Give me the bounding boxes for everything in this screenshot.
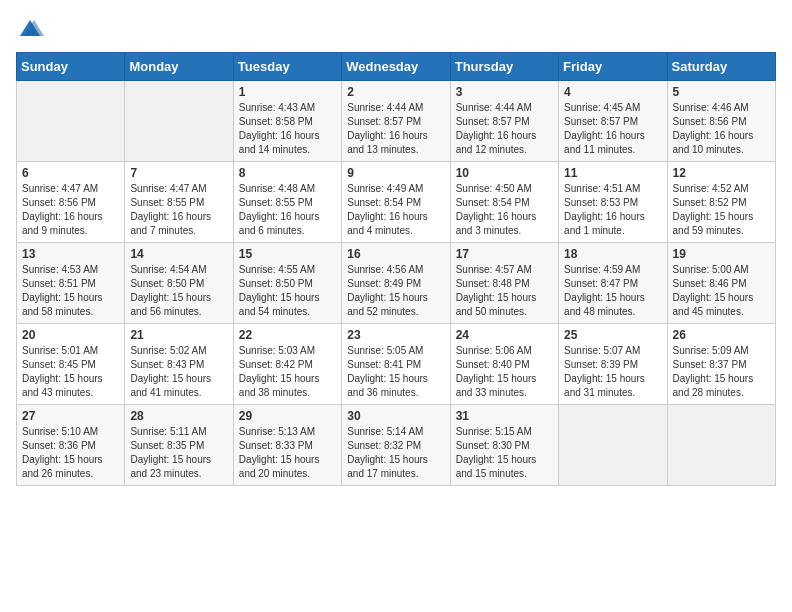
day-info: Sunrise: 4:45 AMSunset: 8:57 PMDaylight:…: [564, 101, 661, 157]
calendar-cell: 6Sunrise: 4:47 AMSunset: 8:56 PMDaylight…: [17, 162, 125, 243]
day-info: Sunrise: 4:53 AMSunset: 8:51 PMDaylight:…: [22, 263, 119, 319]
day-number: 10: [456, 166, 553, 180]
day-info: Sunrise: 5:02 AMSunset: 8:43 PMDaylight:…: [130, 344, 227, 400]
day-number: 19: [673, 247, 770, 261]
day-info: Sunrise: 5:09 AMSunset: 8:37 PMDaylight:…: [673, 344, 770, 400]
calendar-cell: 20Sunrise: 5:01 AMSunset: 8:45 PMDayligh…: [17, 324, 125, 405]
day-info: Sunrise: 4:52 AMSunset: 8:52 PMDaylight:…: [673, 182, 770, 238]
day-number: 25: [564, 328, 661, 342]
calendar-cell: 28Sunrise: 5:11 AMSunset: 8:35 PMDayligh…: [125, 405, 233, 486]
day-number: 20: [22, 328, 119, 342]
day-number: 3: [456, 85, 553, 99]
day-info: Sunrise: 4:43 AMSunset: 8:58 PMDaylight:…: [239, 101, 336, 157]
day-info: Sunrise: 4:48 AMSunset: 8:55 PMDaylight:…: [239, 182, 336, 238]
day-info: Sunrise: 4:44 AMSunset: 8:57 PMDaylight:…: [456, 101, 553, 157]
header-sunday: Sunday: [17, 53, 125, 81]
day-number: 14: [130, 247, 227, 261]
calendar-cell: 22Sunrise: 5:03 AMSunset: 8:42 PMDayligh…: [233, 324, 341, 405]
day-number: 22: [239, 328, 336, 342]
day-info: Sunrise: 5:11 AMSunset: 8:35 PMDaylight:…: [130, 425, 227, 481]
calendar-cell: 1Sunrise: 4:43 AMSunset: 8:58 PMDaylight…: [233, 81, 341, 162]
page-header: [16, 16, 776, 44]
day-number: 2: [347, 85, 444, 99]
day-number: 26: [673, 328, 770, 342]
calendar-cell: 30Sunrise: 5:14 AMSunset: 8:32 PMDayligh…: [342, 405, 450, 486]
calendar-cell: [17, 81, 125, 162]
day-number: 21: [130, 328, 227, 342]
week-row-3: 13Sunrise: 4:53 AMSunset: 8:51 PMDayligh…: [17, 243, 776, 324]
day-info: Sunrise: 4:57 AMSunset: 8:48 PMDaylight:…: [456, 263, 553, 319]
day-number: 23: [347, 328, 444, 342]
calendar-cell: 27Sunrise: 5:10 AMSunset: 8:36 PMDayligh…: [17, 405, 125, 486]
calendar-cell: 25Sunrise: 5:07 AMSunset: 8:39 PMDayligh…: [559, 324, 667, 405]
calendar-cell: 13Sunrise: 4:53 AMSunset: 8:51 PMDayligh…: [17, 243, 125, 324]
day-info: Sunrise: 5:03 AMSunset: 8:42 PMDaylight:…: [239, 344, 336, 400]
day-info: Sunrise: 4:59 AMSunset: 8:47 PMDaylight:…: [564, 263, 661, 319]
day-info: Sunrise: 5:15 AMSunset: 8:30 PMDaylight:…: [456, 425, 553, 481]
day-info: Sunrise: 5:05 AMSunset: 8:41 PMDaylight:…: [347, 344, 444, 400]
calendar-header-row: SundayMondayTuesdayWednesdayThursdayFrid…: [17, 53, 776, 81]
calendar-cell: 24Sunrise: 5:06 AMSunset: 8:40 PMDayligh…: [450, 324, 558, 405]
day-info: Sunrise: 4:47 AMSunset: 8:56 PMDaylight:…: [22, 182, 119, 238]
day-info: Sunrise: 5:01 AMSunset: 8:45 PMDaylight:…: [22, 344, 119, 400]
calendar-cell: 21Sunrise: 5:02 AMSunset: 8:43 PMDayligh…: [125, 324, 233, 405]
logo-icon: [16, 16, 44, 44]
calendar-cell: 29Sunrise: 5:13 AMSunset: 8:33 PMDayligh…: [233, 405, 341, 486]
day-number: 13: [22, 247, 119, 261]
day-info: Sunrise: 4:47 AMSunset: 8:55 PMDaylight:…: [130, 182, 227, 238]
calendar-cell: 19Sunrise: 5:00 AMSunset: 8:46 PMDayligh…: [667, 243, 775, 324]
day-number: 8: [239, 166, 336, 180]
day-info: Sunrise: 4:54 AMSunset: 8:50 PMDaylight:…: [130, 263, 227, 319]
calendar-cell: 3Sunrise: 4:44 AMSunset: 8:57 PMDaylight…: [450, 81, 558, 162]
calendar-cell: 15Sunrise: 4:55 AMSunset: 8:50 PMDayligh…: [233, 243, 341, 324]
calendar-cell: 5Sunrise: 4:46 AMSunset: 8:56 PMDaylight…: [667, 81, 775, 162]
calendar-table: SundayMondayTuesdayWednesdayThursdayFrid…: [16, 52, 776, 486]
calendar-cell: 7Sunrise: 4:47 AMSunset: 8:55 PMDaylight…: [125, 162, 233, 243]
day-number: 4: [564, 85, 661, 99]
calendar-cell: 2Sunrise: 4:44 AMSunset: 8:57 PMDaylight…: [342, 81, 450, 162]
calendar-cell: [125, 81, 233, 162]
day-number: 29: [239, 409, 336, 423]
day-info: Sunrise: 5:10 AMSunset: 8:36 PMDaylight:…: [22, 425, 119, 481]
day-info: Sunrise: 4:49 AMSunset: 8:54 PMDaylight:…: [347, 182, 444, 238]
day-info: Sunrise: 5:07 AMSunset: 8:39 PMDaylight:…: [564, 344, 661, 400]
logo: [16, 16, 48, 44]
week-row-1: 1Sunrise: 4:43 AMSunset: 8:58 PMDaylight…: [17, 81, 776, 162]
day-number: 15: [239, 247, 336, 261]
week-row-4: 20Sunrise: 5:01 AMSunset: 8:45 PMDayligh…: [17, 324, 776, 405]
day-info: Sunrise: 4:55 AMSunset: 8:50 PMDaylight:…: [239, 263, 336, 319]
header-saturday: Saturday: [667, 53, 775, 81]
day-number: 5: [673, 85, 770, 99]
day-info: Sunrise: 4:56 AMSunset: 8:49 PMDaylight:…: [347, 263, 444, 319]
day-number: 17: [456, 247, 553, 261]
calendar-cell: 26Sunrise: 5:09 AMSunset: 8:37 PMDayligh…: [667, 324, 775, 405]
calendar-cell: 12Sunrise: 4:52 AMSunset: 8:52 PMDayligh…: [667, 162, 775, 243]
calendar-cell: 10Sunrise: 4:50 AMSunset: 8:54 PMDayligh…: [450, 162, 558, 243]
calendar-cell: 8Sunrise: 4:48 AMSunset: 8:55 PMDaylight…: [233, 162, 341, 243]
day-info: Sunrise: 5:14 AMSunset: 8:32 PMDaylight:…: [347, 425, 444, 481]
day-number: 27: [22, 409, 119, 423]
calendar-cell: 23Sunrise: 5:05 AMSunset: 8:41 PMDayligh…: [342, 324, 450, 405]
day-number: 30: [347, 409, 444, 423]
day-number: 6: [22, 166, 119, 180]
day-number: 24: [456, 328, 553, 342]
day-number: 28: [130, 409, 227, 423]
day-number: 7: [130, 166, 227, 180]
week-row-5: 27Sunrise: 5:10 AMSunset: 8:36 PMDayligh…: [17, 405, 776, 486]
day-number: 11: [564, 166, 661, 180]
header-friday: Friday: [559, 53, 667, 81]
day-info: Sunrise: 4:51 AMSunset: 8:53 PMDaylight:…: [564, 182, 661, 238]
day-info: Sunrise: 5:00 AMSunset: 8:46 PMDaylight:…: [673, 263, 770, 319]
day-number: 9: [347, 166, 444, 180]
calendar-cell: [667, 405, 775, 486]
header-monday: Monday: [125, 53, 233, 81]
calendar-cell: 14Sunrise: 4:54 AMSunset: 8:50 PMDayligh…: [125, 243, 233, 324]
header-tuesday: Tuesday: [233, 53, 341, 81]
calendar-cell: 4Sunrise: 4:45 AMSunset: 8:57 PMDaylight…: [559, 81, 667, 162]
header-thursday: Thursday: [450, 53, 558, 81]
header-wednesday: Wednesday: [342, 53, 450, 81]
calendar-cell: 11Sunrise: 4:51 AMSunset: 8:53 PMDayligh…: [559, 162, 667, 243]
day-info: Sunrise: 5:06 AMSunset: 8:40 PMDaylight:…: [456, 344, 553, 400]
day-info: Sunrise: 5:13 AMSunset: 8:33 PMDaylight:…: [239, 425, 336, 481]
day-info: Sunrise: 4:46 AMSunset: 8:56 PMDaylight:…: [673, 101, 770, 157]
